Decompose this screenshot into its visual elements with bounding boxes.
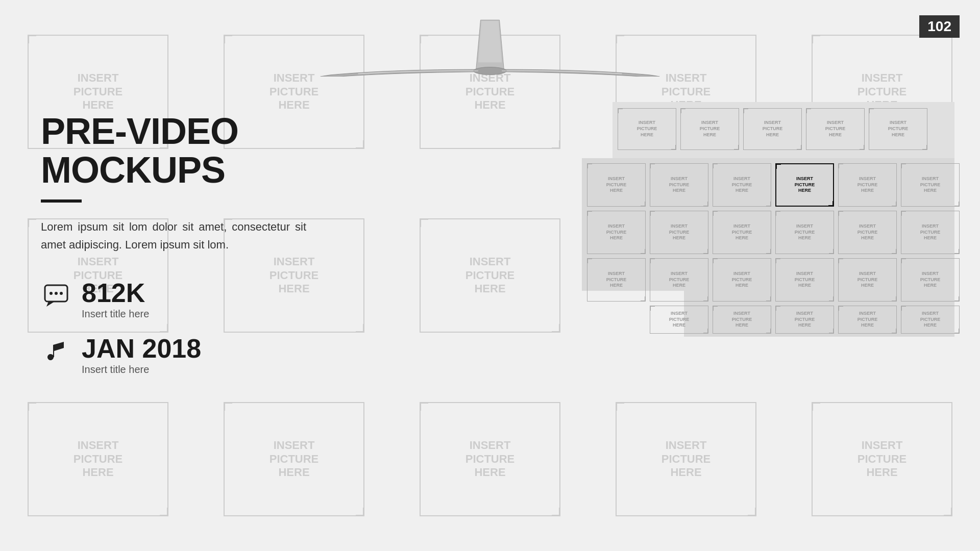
mosaic-cell: INSERTPICTUREHERE [775,211,834,254]
mosaic-cell: INSERTPICTUREHERE [650,163,708,207]
stat-music-label: Insert title here [82,364,201,375]
left-panel: PRE-VIDEOMOCKUPS Lorem ipsum sit lom dol… [41,112,306,391]
mosaic-cell: INSERTPICTUREHERE [650,211,708,254]
title-divider [41,199,82,203]
music-icon [41,335,71,366]
stat-comments-label: Insert title here [82,308,149,320]
mosaic-cell: INSERTPICTUREHERE [587,211,646,254]
mosaic-cell: INSERTPICTUREHERE [901,258,960,302]
svg-point-2 [50,292,53,295]
bg-placeholder: INSERTPICTUREHERE [420,218,560,333]
mosaic-cell: INSERTPICTUREHERE [587,163,646,207]
stat-comments-value: 812K [82,280,149,306]
svg-point-0 [474,67,507,75]
mosaic-cell-active: INSERTPICTUREHERE [775,163,834,207]
mosaic-cell: INSERTPICTUREHERE [775,258,834,302]
mosaic-cell: INSERTPICTUREHERE [838,163,897,207]
page-title: PRE-VIDEOMOCKUPS [41,112,306,189]
bg-placeholder: INSERTPICTUREHERE [812,402,952,516]
bg-placeholder: INSERTPICTUREHERE [616,402,756,516]
mosaic-cell: INSERTPICTUREHERE [618,108,676,150]
stat-music-value: JAN 2018 [82,335,201,362]
right-mosaic-panel: INSERTPICTUREHERE INSERTPICTUREHERE INSE… [551,102,954,337]
mosaic-cell: INSERTPICTUREHERE [838,258,897,302]
bg-placeholder: INSERTPICTUREHERE [28,402,168,516]
tv-image-area [260,0,720,77]
bg-placeholder: INSERTPICTUREHERE [420,402,560,516]
mosaic-cell: INSERTPICTUREHERE [650,258,708,302]
mosaic-cell: INSERTPICTUREHERE [901,306,960,334]
bg-placeholder: INSERTPICTUREHERE [224,402,364,516]
stat-comments: 812K Insert title here [41,280,306,320]
chat-icon [41,280,71,310]
svg-point-4 [60,292,63,295]
mosaic-cell: INSERTPICTUREHERE [587,258,646,302]
stat-comments-content: 812K Insert title here [82,280,149,320]
mosaic-cell: INSERTPICTUREHERE [713,258,771,302]
mosaic-cell: INSERTPICTUREHERE [806,108,865,150]
mosaic-cell: INSERTPICTUREHERE [838,211,897,254]
mosaic-cell: INSERTPICTUREHERE [713,306,771,334]
stat-music-content: JAN 2018 Insert title here [82,335,201,375]
stat-music: JAN 2018 Insert title here [41,335,306,375]
mosaic-cell: INSERTPICTUREHERE [680,108,739,150]
mosaic-cell: INSERTPICTUREHERE [775,306,834,334]
mosaic-cell: INSERTPICTUREHERE [901,163,960,207]
mosaic-cell: INSERTPICTUREHERE [901,211,960,254]
mosaic-cell: INSERTPICTUREHERE [650,306,708,334]
page-number: 102 [919,15,960,38]
tv-stand [286,15,694,77]
mosaic-cell: INSERTPICTUREHERE [838,306,897,334]
mosaic-cell: INSERTPICTUREHERE [869,108,927,150]
svg-point-3 [55,292,58,295]
mosaic-cell: INSERTPICTUREHERE [743,108,802,150]
mosaic-cell: INSERTPICTUREHERE [713,163,771,207]
description-text: Lorem ipsum sit lom dolor sit amet, cons… [41,218,306,254]
mosaic-cell: INSERTPICTUREHERE [713,211,771,254]
